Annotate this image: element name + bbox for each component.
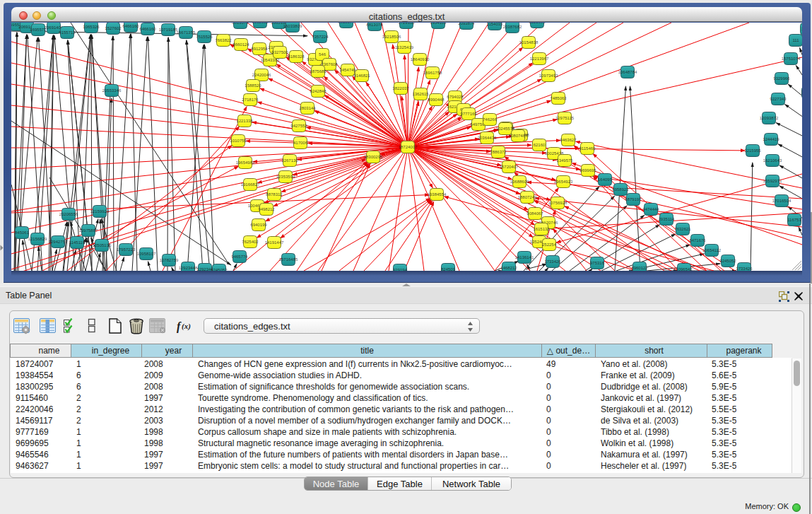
svg-text:9498212: 9498212: [258, 207, 275, 211]
svg-text:8186328: 8186328: [288, 54, 305, 59]
svg-text:17016504: 17016504: [772, 199, 792, 203]
svg-text:12353594: 12353594: [276, 175, 295, 179]
svg-text:18724007: 18724007: [399, 145, 418, 149]
svg-text:20206556: 20206556: [59, 212, 78, 216]
svg-text:8990448: 8990448: [428, 98, 445, 102]
svg-text:10756928: 10756928: [548, 201, 567, 205]
svg-text:9245052: 9245052: [211, 268, 228, 271]
svg-text:18300295: 18300295: [364, 155, 383, 159]
svg-text:10154838: 10154838: [519, 40, 539, 45]
svg-text:16033809: 16033809: [283, 24, 302, 28]
svg-text:3875685: 3875685: [310, 69, 326, 74]
svg-text:13975887: 13975887: [79, 228, 98, 233]
svg-text:1349575: 1349575: [556, 158, 573, 163]
svg-text:6466160: 6466160: [139, 27, 156, 31]
svg-text:15720407: 15720407: [500, 165, 519, 169]
svg-text:14191447: 14191447: [265, 240, 284, 245]
svg-text:7632621: 7632621: [674, 227, 691, 231]
svg-text:3454749: 3454749: [339, 68, 356, 72]
svg-text:16210643: 16210643: [763, 158, 782, 163]
svg-text:9146821: 9146821: [353, 74, 370, 78]
svg-text:7625402: 7625402: [242, 240, 259, 244]
svg-text:8660124: 8660124: [233, 42, 249, 47]
svg-text:3215955: 3215955: [744, 148, 761, 153]
svg-text:9084067: 9084067: [526, 211, 543, 216]
svg-text:11325419: 11325419: [395, 45, 414, 49]
svg-text:20387682: 20387682: [503, 25, 522, 29]
svg-text:9427552: 9427552: [290, 124, 307, 128]
svg-text:1010755: 1010755: [230, 139, 247, 143]
svg-text:9474444: 9474444: [642, 207, 659, 211]
svg-text:1468212: 1468212: [500, 266, 517, 270]
svg-text:9465774: 9465774: [231, 255, 248, 259]
svg-text:(x): (x): [182, 322, 191, 331]
svg-text:1362615: 1362615: [412, 92, 429, 96]
svg-text:14136141: 14136141: [515, 255, 534, 259]
svg-text:1527602: 1527602: [105, 26, 122, 30]
svg-text:16961758: 16961758: [423, 71, 442, 75]
svg-text:8813074: 8813074: [338, 23, 355, 24]
svg-text:9327500: 9327500: [271, 50, 288, 54]
svg-text:9115460: 9115460: [579, 146, 596, 151]
svg-text:8878312: 8878312: [266, 192, 283, 197]
svg-text:7357224: 7357224: [312, 35, 329, 39]
svg-text:19384554: 19384554: [428, 192, 447, 197]
svg-text:9699695: 9699695: [579, 168, 596, 173]
svg-text:8813074: 8813074: [366, 23, 383, 27]
svg-text:10807487: 10807487: [509, 134, 528, 138]
svg-text:10654112: 10654112: [702, 248, 722, 252]
svg-text:19218506: 19218506: [382, 35, 401, 39]
svg-text:6794028: 6794028: [447, 95, 464, 99]
svg-text:9227343: 9227343: [770, 97, 787, 101]
svg-text:10648784: 10648784: [618, 70, 637, 74]
svg-text:1615132: 1615132: [533, 227, 550, 231]
svg-text:18807249: 18807249: [518, 195, 537, 199]
svg-text:845061: 845061: [15, 230, 30, 235]
svg-text:15592971: 15592971: [763, 179, 782, 183]
svg-text:62160: 62160: [534, 143, 546, 147]
svg-text:9242848: 9242848: [310, 89, 326, 93]
svg-text:5723318: 5723318: [398, 23, 415, 25]
svg-text:111: 111: [792, 38, 799, 42]
svg-text:17957223: 17957223: [117, 247, 136, 252]
svg-text:18640910: 18640910: [411, 57, 430, 62]
svg-text:3822037: 3822037: [392, 86, 409, 90]
svg-text:824509: 824509: [441, 267, 456, 271]
svg-text:1954103: 1954103: [430, 23, 447, 25]
svg-text:2803144: 2803144: [299, 106, 316, 110]
svg-text:20553346: 20553346: [102, 88, 122, 93]
svg-text:10973493: 10973493: [539, 74, 558, 78]
svg-text:1221338: 1221338: [236, 119, 253, 123]
svg-text:9245052: 9245052: [719, 259, 736, 263]
svg-text:12093872: 12093872: [760, 116, 779, 120]
svg-text:19654982: 19654982: [236, 160, 255, 165]
svg-text:252254: 252254: [542, 243, 557, 247]
svg-text:15751074: 15751074: [782, 57, 801, 61]
svg-text:8813074: 8813074: [232, 23, 249, 25]
svg-text:9155713: 9155713: [59, 30, 76, 35]
svg-text:6466160: 6466160: [122, 24, 139, 28]
svg-text:19654923: 19654923: [554, 180, 573, 184]
svg-text:12923448: 12923448: [179, 266, 198, 270]
svg-text:9777169: 9777169: [460, 112, 477, 116]
svg-text:8960122: 8960122: [631, 266, 648, 270]
svg-text:10958107: 10958107: [137, 252, 156, 256]
svg-text:12505135: 12505135: [93, 243, 112, 247]
svg-text:12975115: 12975115: [555, 116, 575, 120]
svg-text:12132: 12132: [801, 27, 802, 31]
svg-text:6879197: 6879197: [625, 197, 642, 201]
svg-text:546: 546: [319, 52, 326, 57]
svg-text:19166827: 19166827: [241, 182, 260, 187]
svg-text:746266: 746266: [483, 117, 498, 122]
svg-text:f: f: [177, 320, 182, 333]
svg-text:929194: 929194: [393, 268, 408, 271]
svg-text:1244419: 1244419: [763, 137, 779, 141]
svg-text:7515526: 7515526: [196, 35, 213, 39]
svg-text:12159924: 12159924: [90, 209, 110, 214]
svg-text:12942757: 12942757: [49, 240, 68, 244]
svg-text:7886372: 7886372: [490, 150, 507, 154]
svg-text:16671355: 16671355: [177, 30, 196, 35]
svg-text:7663822: 7663822: [215, 38, 232, 42]
svg-text:1154033: 1154033: [487, 23, 504, 26]
svg-text:1733426: 1733426: [544, 259, 561, 264]
